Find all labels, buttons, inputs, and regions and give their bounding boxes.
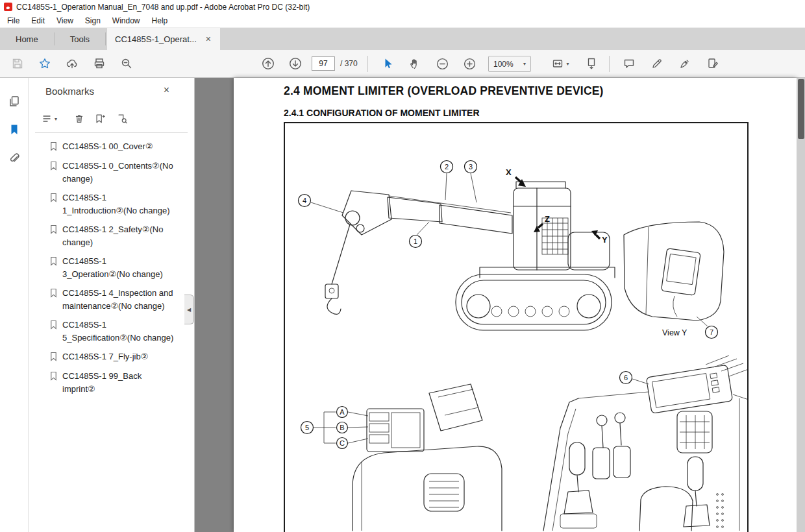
tab-document[interactable]: CC1485S-1_Operat... × bbox=[107, 28, 220, 50]
hand-tool-button[interactable] bbox=[405, 54, 425, 73]
favorite-button[interactable] bbox=[35, 54, 55, 73]
fill-sign-button[interactable] bbox=[703, 54, 723, 73]
toolbar-divider bbox=[367, 56, 368, 72]
save-button[interactable] bbox=[8, 54, 27, 73]
bookmark-item[interactable]: CC1485S-1 99_Back imprint② bbox=[49, 370, 194, 396]
scrollbar-thumb[interactable] bbox=[798, 79, 804, 139]
delete-bookmark-button[interactable] bbox=[70, 110, 88, 127]
bookmark-glyph-icon bbox=[49, 140, 58, 154]
machine-rear-view: 5 A B C bbox=[301, 384, 502, 531]
trash-icon bbox=[73, 113, 85, 125]
navigation-rail bbox=[0, 78, 29, 532]
zoom-level-select[interactable]: 100% ▾ bbox=[488, 56, 531, 72]
pencil-icon bbox=[650, 57, 663, 70]
page-scrolling-button[interactable] bbox=[582, 54, 601, 73]
tab-home[interactable]: Home bbox=[0, 28, 54, 50]
bookmarks-panel-button[interactable] bbox=[5, 121, 23, 139]
zoom-level-value: 100% bbox=[493, 60, 514, 69]
menu-file[interactable]: File bbox=[1, 14, 25, 27]
page-thumbnails-button[interactable] bbox=[5, 92, 23, 110]
add-bookmark-button[interactable] bbox=[91, 110, 109, 127]
zoom-out-button[interactable] bbox=[432, 54, 452, 73]
close-tab-button[interactable]: × bbox=[204, 34, 212, 44]
subsection-heading: 2.4.1 CONFIGURATION OF MOMENT LIMITER bbox=[284, 108, 480, 118]
callout-c: C bbox=[337, 438, 369, 449]
svg-text:3: 3 bbox=[469, 163, 473, 171]
bookmark-icon bbox=[8, 123, 21, 136]
bookmark-item[interactable]: CC1485S-1 2_Safety②(No change) bbox=[49, 223, 194, 249]
menu-window[interactable]: Window bbox=[106, 14, 146, 27]
menu-help[interactable]: Help bbox=[146, 14, 174, 27]
menu-view[interactable]: View bbox=[51, 14, 79, 27]
menu-bar: File Edit View Sign Window Help bbox=[0, 14, 805, 28]
fit-width-icon bbox=[551, 57, 564, 70]
collapse-panel-button[interactable]: ◀ bbox=[184, 295, 194, 324]
bookmark-item[interactable]: CC1485S-1 5_Specification②(No change) bbox=[49, 319, 194, 345]
bookmark-glyph-icon bbox=[49, 223, 58, 249]
bookmark-item[interactable]: CC1485S-1 4_Inspection and maintenance②(… bbox=[49, 287, 194, 313]
title-bar: CC1485S-1_Operation Manual_En_7048 and u… bbox=[0, 0, 805, 14]
bookmark-glyph-icon bbox=[49, 255, 58, 281]
tab-tools[interactable]: Tools bbox=[55, 28, 105, 50]
bookmark-item[interactable]: CC1485S-1 00_Cover② bbox=[49, 140, 194, 154]
window-title: CC1485S-1_Operation Manual_En_7048 and u… bbox=[16, 3, 310, 12]
highlight-button[interactable] bbox=[647, 54, 667, 73]
bookmark-item[interactable]: CC1485S-1 1_Introduction②(No change) bbox=[49, 191, 194, 217]
page-down-icon bbox=[288, 56, 303, 71]
svg-text:7: 7 bbox=[710, 328, 713, 336]
comment-bubble-icon bbox=[623, 57, 636, 70]
comment-button[interactable] bbox=[619, 54, 639, 73]
figure-drawing: 2 3 4 1 X bbox=[285, 123, 747, 532]
toolbar-divider bbox=[609, 56, 610, 72]
star-icon bbox=[38, 57, 51, 70]
view-y-label: View Y bbox=[662, 328, 687, 337]
previous-page-button[interactable] bbox=[258, 54, 278, 73]
callout-b: B bbox=[337, 422, 369, 433]
document-tab-label: CC1485S-1_Operat... bbox=[115, 34, 197, 44]
page-total-label: / 370 bbox=[340, 59, 358, 68]
bookmark-glyph-icon bbox=[49, 319, 58, 345]
vertical-scrollbar[interactable] bbox=[797, 78, 805, 532]
print-button[interactable] bbox=[90, 54, 109, 73]
callout-2: 2 bbox=[441, 161, 453, 200]
zoom-out-tool-button[interactable] bbox=[117, 54, 136, 73]
document-canvas: 2.4 MOMENT LIMITER (OVERLOAD PREVENTIVE … bbox=[195, 78, 805, 532]
zoom-in-button[interactable] bbox=[460, 54, 479, 73]
save-icon bbox=[11, 57, 24, 70]
callout-5: 5 bbox=[301, 422, 314, 434]
sign-button[interactable] bbox=[675, 54, 695, 73]
bookmark-item[interactable]: CC1485S-1 0_Contents②(No change) bbox=[49, 160, 194, 186]
menu-sign[interactable]: Sign bbox=[79, 14, 106, 27]
svg-text:5: 5 bbox=[305, 424, 309, 431]
dotted-rail bbox=[717, 494, 724, 528]
tab-bar: Home Tools CC1485S-1_Operat... × bbox=[0, 28, 805, 50]
callout-a: A bbox=[337, 407, 369, 418]
close-panel-button[interactable]: × bbox=[164, 84, 169, 96]
fit-width-button[interactable]: ▾ bbox=[547, 54, 574, 73]
bookmark-item[interactable]: CC1485S-1 3_Operation②(No change) bbox=[49, 255, 194, 281]
chevron-down-icon: ▾ bbox=[55, 116, 57, 122]
search-bookmarks-button[interactable] bbox=[113, 110, 131, 127]
callout-1: 1 bbox=[410, 222, 430, 248]
share-button[interactable] bbox=[62, 54, 82, 73]
chevron-down-icon: ▾ bbox=[523, 61, 526, 67]
bookmark-options-button[interactable]: ▾ bbox=[38, 110, 61, 127]
hand-icon bbox=[408, 57, 421, 70]
bookmark-glyph-icon bbox=[49, 287, 58, 313]
panel-divider bbox=[35, 132, 188, 133]
cloud-upload-icon bbox=[66, 57, 79, 70]
attachments-panel-button[interactable] bbox=[5, 149, 23, 167]
menu-edit[interactable]: Edit bbox=[25, 14, 51, 27]
svg-text:4: 4 bbox=[303, 197, 306, 204]
bookmarks-toolbar: ▾ bbox=[29, 109, 194, 131]
select-tool-button[interactable] bbox=[378, 54, 397, 73]
page-number-input[interactable] bbox=[312, 56, 335, 71]
svg-text:2: 2 bbox=[445, 163, 449, 171]
callout-3: 3 bbox=[465, 161, 477, 203]
bookmarks-list: CC1485S-1 00_Cover② CC1485S-1 0_Contents… bbox=[29, 140, 194, 402]
bookmark-glyph-icon bbox=[49, 191, 58, 217]
printer-icon bbox=[93, 57, 106, 70]
next-page-button[interactable] bbox=[286, 54, 305, 73]
bookmark-item[interactable]: CC1485S-1 7_Fly-jib② bbox=[49, 350, 194, 364]
pdf-page: 2.4 MOMENT LIMITER (OVERLOAD PREVENTIVE … bbox=[234, 78, 797, 532]
